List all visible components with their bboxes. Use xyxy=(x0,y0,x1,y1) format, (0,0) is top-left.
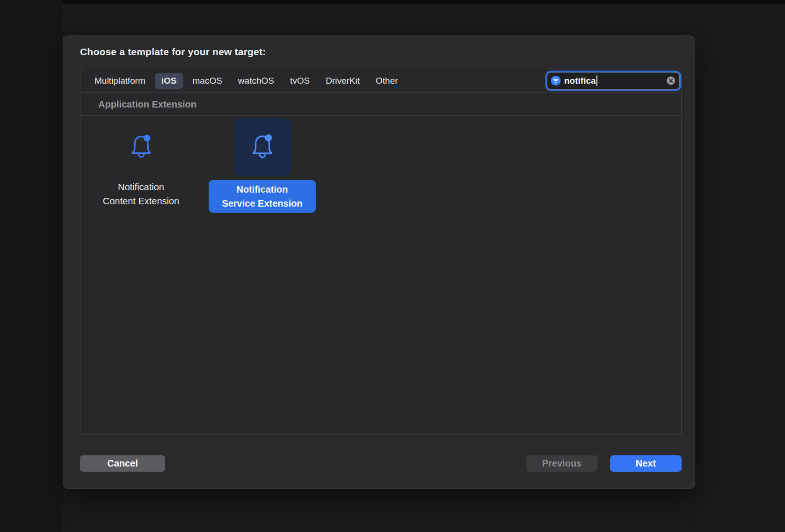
template-icon-tile xyxy=(113,119,170,176)
template-icon-tile-selected xyxy=(234,119,291,176)
desktop-background xyxy=(0,0,63,532)
cancel-button[interactable]: Cancel xyxy=(80,455,165,472)
tab-macos[interactable]: macOS xyxy=(186,73,228,89)
next-button[interactable]: Next xyxy=(610,455,682,472)
dialog-footer: Cancel Previous Next xyxy=(80,455,682,472)
clear-search-icon[interactable] xyxy=(666,76,676,86)
tab-watchos[interactable]: watchOS xyxy=(232,73,281,89)
new-target-template-dialog: Choose a template for your new target: M… xyxy=(63,36,695,489)
dialog-title: Choose a template for your new target: xyxy=(80,46,266,58)
window-top-edge xyxy=(0,0,785,4)
platform-tabbar: Multiplatform iOS macOS watchOS tvOS Dri… xyxy=(80,69,681,93)
tab-other[interactable]: Other xyxy=(369,73,405,89)
template-item-notification-content-extension[interactable]: Notification Content Extension xyxy=(80,119,202,208)
template-grid: Notification Content Extension Notificat… xyxy=(80,116,681,213)
template-label: Notification Content Extension xyxy=(103,180,179,208)
template-label-selected: Notification Service Extension xyxy=(209,180,315,213)
notification-bell-badge-icon xyxy=(128,132,155,163)
search-input-value: notifica xyxy=(564,76,596,86)
footer-right-buttons: Previous Next xyxy=(526,455,682,472)
tab-driverkit[interactable]: DriverKit xyxy=(319,73,366,89)
tab-tvos[interactable]: tvOS xyxy=(283,73,316,89)
template-chooser-panel: Multiplatform iOS macOS watchOS tvOS Dri… xyxy=(80,69,682,435)
filter-icon xyxy=(551,76,561,86)
section-header-application-extension: Application Extension xyxy=(80,93,681,116)
tab-ios[interactable]: iOS xyxy=(155,73,183,89)
previous-button[interactable]: Previous xyxy=(526,455,597,472)
platform-tabs: Multiplatform iOS macOS watchOS tvOS Dri… xyxy=(88,73,405,89)
text-caret xyxy=(596,76,597,86)
template-item-notification-service-extension[interactable]: Notification Service Extension xyxy=(202,119,323,213)
tab-multiplatform[interactable]: Multiplatform xyxy=(88,73,152,89)
notification-bell-badge-icon xyxy=(248,131,276,163)
search-input[interactable]: notifica xyxy=(547,72,680,89)
